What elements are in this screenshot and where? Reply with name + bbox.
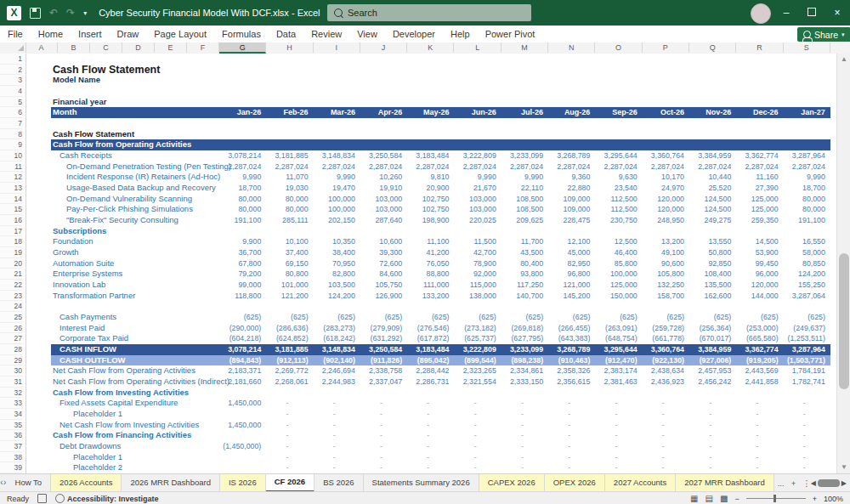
row-header-1[interactable]: 1 xyxy=(0,54,22,65)
cell-value[interactable]: (625) xyxy=(548,312,590,323)
cell-value[interactable]: - xyxy=(548,462,590,473)
cell-value[interactable]: (624,852) xyxy=(266,333,308,344)
cell-value[interactable]: 9,990 xyxy=(502,172,543,183)
cell-value[interactable]: (625) xyxy=(455,312,496,323)
cell-value[interactable]: 80,000 xyxy=(266,204,308,215)
cell-value[interactable]: - xyxy=(407,409,449,420)
cell-value[interactable]: - xyxy=(643,441,684,452)
cell-value[interactable]: 108,500 xyxy=(502,194,543,205)
cell-value[interactable]: Sep-26 xyxy=(595,107,637,118)
cell-value[interactable]: 2,181,660 xyxy=(219,377,261,388)
cell-label[interactable]: CASH INFLOW xyxy=(60,344,116,355)
cell-value[interactable]: 3,360,764 xyxy=(643,150,684,161)
cell-value[interactable]: 140,700 xyxy=(502,291,543,302)
cell-value[interactable]: 76,050 xyxy=(407,258,449,269)
cell-label[interactable]: Transformation Partner xyxy=(53,291,135,302)
cell-value[interactable]: - xyxy=(314,430,355,441)
cell-label[interactable]: Enterprise Systems xyxy=(53,269,122,280)
cell-value[interactable]: (902,140) xyxy=(314,355,355,366)
ribbon-tab-help[interactable]: Help xyxy=(443,25,478,42)
cell-value[interactable]: - xyxy=(314,462,355,473)
cell-label[interactable]: Fixed Assets Capital Expenditure xyxy=(60,398,178,409)
save-icon[interactable] xyxy=(30,8,41,19)
cell-value[interactable]: 191,100 xyxy=(219,215,261,226)
close-button[interactable]: × xyxy=(824,0,850,25)
cell-value[interactable]: 249,275 xyxy=(689,215,731,226)
cell-value[interactable]: 85,800 xyxy=(595,258,637,269)
cell-label[interactable]: Cash Flow Statement xyxy=(53,65,160,76)
cell-value[interactable]: - xyxy=(360,441,402,452)
cell-value[interactable]: May-26 xyxy=(407,107,449,118)
cell-value[interactable]: (625) xyxy=(407,312,449,323)
cell-value[interactable]: 2,183,371 xyxy=(219,365,261,377)
cell-value[interactable]: 3,287,964 xyxy=(784,344,825,355)
cell-value[interactable]: 2,246,694 xyxy=(314,365,355,377)
cell-value[interactable]: 285,111 xyxy=(266,215,308,226)
ribbon-tab-data[interactable]: Data xyxy=(269,25,303,42)
cell-value[interactable]: (911,826) xyxy=(360,355,402,366)
cell-value[interactable]: 67,800 xyxy=(219,258,261,269)
column-header-E[interactable]: E xyxy=(155,42,187,53)
cell-value[interactable]: Jan-26 xyxy=(219,107,261,118)
cell-value[interactable]: (253,000) xyxy=(736,323,778,334)
cell-label[interactable]: Debt Drawdowns xyxy=(60,441,121,452)
cell-value[interactable]: 80,000 xyxy=(784,204,825,215)
cell-value[interactable]: - xyxy=(502,398,543,409)
column-header-F[interactable]: F xyxy=(187,42,219,53)
cell-value[interactable]: 23,540 xyxy=(595,183,637,194)
cell-value[interactable]: - xyxy=(548,398,590,409)
cell-value[interactable]: - xyxy=(455,452,496,463)
column-header-P[interactable]: P xyxy=(643,42,689,53)
cell-value[interactable]: (627,795) xyxy=(502,333,543,344)
more-sheets-button[interactable]: ... xyxy=(778,479,785,488)
cell-value[interactable]: 120,000 xyxy=(736,280,778,291)
cell-label[interactable]: Net Cash Flow from Operating Activities xyxy=(53,365,196,377)
cell-value[interactable]: 78,900 xyxy=(455,258,496,269)
cell-value[interactable]: 11,100 xyxy=(407,236,449,247)
cell-value[interactable]: 2,358,326 xyxy=(548,365,590,377)
cell-value[interactable]: - xyxy=(643,420,684,431)
cell-value[interactable]: 25,520 xyxy=(689,183,731,194)
column-header-M[interactable]: M xyxy=(502,42,548,53)
cell-value[interactable]: 1,450,000 xyxy=(219,420,261,431)
cell-value[interactable]: 248,950 xyxy=(643,215,684,226)
cell-value[interactable]: (279,909) xyxy=(360,323,402,334)
cell-value[interactable]: 287,640 xyxy=(360,215,402,226)
cell-value[interactable]: - xyxy=(314,409,355,420)
cell-value[interactable]: - xyxy=(548,430,590,441)
cell-value[interactable]: 84,600 xyxy=(360,269,402,280)
column-header-S[interactable]: S xyxy=(784,42,830,53)
cell-value[interactable]: (625) xyxy=(360,312,402,323)
cell-value[interactable]: 82,800 xyxy=(314,269,355,280)
cell-value[interactable]: - xyxy=(266,452,308,463)
cell-value[interactable]: - xyxy=(455,409,496,420)
cell-value[interactable]: - xyxy=(407,462,449,473)
cell-value[interactable]: 96,800 xyxy=(548,269,590,280)
cell-value[interactable]: 3,362,774 xyxy=(736,150,778,161)
cell-value[interactable]: 3,148,834 xyxy=(314,344,355,355)
cell-value[interactable]: 2,334,861 xyxy=(502,365,543,377)
cell-value[interactable]: (1,450,000) xyxy=(219,441,261,452)
cell-value[interactable]: 108,400 xyxy=(689,269,731,280)
cell-value[interactable]: - xyxy=(595,430,637,441)
cell-value[interactable]: (283,273) xyxy=(314,323,355,334)
cell-value[interactable]: 101,000 xyxy=(266,280,308,291)
cell-label[interactable]: Net Cash Flow from Operating Activities … xyxy=(53,377,230,388)
cell-value[interactable]: 3,384,959 xyxy=(689,344,731,355)
cell-value[interactable]: (912,470) xyxy=(595,355,637,366)
cell-label[interactable]: Financial year xyxy=(53,97,106,108)
cell-label[interactable]: Corporate Tax Paid xyxy=(60,333,128,344)
scroll-down-icon[interactable]: ▼ xyxy=(837,462,850,473)
cell-value[interactable]: Mar-26 xyxy=(314,107,355,118)
cell-value[interactable]: (922,130) xyxy=(643,355,684,366)
cell-value[interactable]: 18,700 xyxy=(219,183,261,194)
cell-value[interactable]: - xyxy=(595,409,637,420)
cell-value[interactable]: - xyxy=(360,452,402,463)
cell-value[interactable]: 228,475 xyxy=(548,215,590,226)
cell-value[interactable]: - xyxy=(266,420,308,431)
cell-value[interactable]: 1,782,741 xyxy=(784,377,825,388)
cell-value[interactable]: 2,436,923 xyxy=(643,377,684,388)
cell-value[interactable]: 150,000 xyxy=(595,291,637,302)
cell-value[interactable]: (895,042) xyxy=(407,355,449,366)
cell-label[interactable]: Net Cash Flow from Investing Activities xyxy=(60,420,199,431)
